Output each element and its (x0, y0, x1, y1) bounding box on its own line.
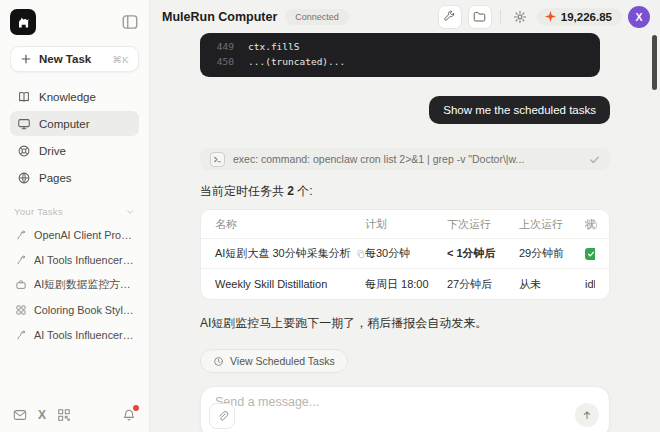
mail-icon[interactable] (13, 408, 27, 422)
paperclip-icon (216, 410, 229, 423)
scrollbar-thumb[interactable] (652, 35, 657, 90)
user-message-bubble: Show me the scheduled tasks (429, 96, 610, 124)
wrench-icon (443, 10, 456, 23)
code-line: 449ctx.fillS (212, 39, 588, 54)
task-item-label: AI Tools Influencer Rank... (34, 329, 134, 341)
x-logo-icon[interactable]: X (38, 409, 46, 421)
app-window: New Task ⌘K Knowledge Computer Drive Pag… (0, 0, 660, 432)
sidebar-collapse-icon[interactable] (121, 13, 139, 31)
settings-button[interactable] (509, 6, 531, 28)
credits-balance[interactable]: 19,226.85 (537, 8, 622, 26)
task-schedule: 每周日 18:00 (365, 277, 447, 292)
sidebar-item-label: Computer (39, 118, 90, 130)
col-header-next-run: 下次运行 (447, 217, 519, 232)
chevron-down-icon (125, 207, 135, 217)
arrow-up-icon (581, 409, 593, 421)
folder-icon (473, 10, 486, 23)
clock-icon (213, 356, 224, 367)
mulerun-logo-icon[interactable] (10, 9, 36, 35)
qr-code-icon[interactable] (57, 408, 71, 422)
task-schedule: 每30分钟 (365, 246, 447, 261)
task-last-run: 29分钟前 (519, 246, 585, 261)
book-icon (17, 90, 31, 104)
sidebar-item-label: Drive (39, 145, 66, 157)
task-item-openai-client[interactable]: OpenAI Client Prospecti... (10, 223, 139, 247)
header-divider (500, 10, 501, 24)
col-header-schedule: 计划 (365, 217, 447, 232)
attach-button[interactable] (209, 403, 235, 429)
code-line: 450...(truncated)... (212, 54, 588, 69)
sidebar-nav: Knowledge Computer Drive Pages (10, 84, 139, 190)
terminal-icon (210, 152, 225, 167)
monitor-icon (17, 117, 31, 131)
new-task-label: New Task (39, 53, 91, 65)
task-last-run: 从未 (519, 277, 585, 292)
task-item-influencer-rank-2[interactable]: AI Tools Influencer Rank... (10, 323, 139, 347)
files-button[interactable] (468, 5, 492, 29)
gear-icon (513, 10, 527, 24)
sidebar-footer: X (10, 406, 139, 422)
task-item-label: AI Tools Influencer Rank... (34, 254, 134, 266)
new-task-button[interactable]: New Task ⌘K (10, 46, 139, 72)
chat-scroll-area: 449ctx.fillS 450...(truncated)... Show m… (150, 33, 660, 432)
task-status: idle (585, 278, 595, 290)
table-header-row: 名称 计划 下次运行 上次运行 状态 (201, 210, 609, 239)
sidebar: New Task ⌘K Knowledge Computer Drive Pag… (0, 0, 150, 432)
agent-icon (15, 254, 27, 266)
new-task-shortcut: ⌘K (112, 54, 129, 65)
view-scheduled-tasks-label: View Scheduled Tasks (230, 355, 335, 367)
view-scheduled-tasks-button[interactable]: View Scheduled Tasks (200, 349, 348, 373)
status-ok-icon (585, 248, 595, 260)
drive-icon (17, 144, 31, 158)
credits-amount: 19,226.85 (561, 11, 612, 23)
main-header: MuleRun Computer Connected 19,226.85 X (150, 0, 660, 33)
table-row: AI短剧大盘 30分钟采集分析 每30分钟 < 1分钟后 29分钟前 ok (201, 239, 609, 269)
grid-icon (15, 304, 27, 316)
agent-icon (15, 329, 27, 341)
assistant-note-text: AI短剧监控马上要跑下一期了，稍后播报会自动发来。 (200, 315, 610, 332)
task-item-label: AI短剧数据监控方案讨论 (34, 278, 134, 292)
col-header-last-run: 上次运行 (519, 217, 585, 232)
connection-status-badge: Connected (285, 9, 349, 25)
sidebar-item-knowledge[interactable]: Knowledge (10, 84, 139, 109)
sidebar-item-label: Knowledge (39, 91, 96, 103)
task-item-influencer-rank-1[interactable]: AI Tools Influencer Rank... (10, 248, 139, 272)
globe-icon (17, 171, 31, 185)
sidebar-item-label: Pages (39, 172, 72, 184)
table-row: Weekly Skill Distillation 每周日 18:00 27分钟… (201, 269, 609, 299)
message-input[interactable] (215, 395, 515, 409)
exec-command-row[interactable]: exec: command: openclaw cron list 2>&1 |… (200, 148, 610, 170)
scheduled-tasks-table: 名称 计划 下次运行 上次运行 状态 AI短剧大盘 30分钟采集分析 每30分钟 (200, 209, 610, 300)
spark-icon (545, 11, 556, 22)
briefcase-icon (15, 279, 27, 291)
your-tasks-label: Your Tasks (14, 206, 63, 217)
copy-name-icon[interactable] (356, 249, 365, 259)
sidebar-item-drive[interactable]: Drive (10, 138, 139, 163)
sidebar-item-pages[interactable]: Pages (10, 165, 139, 190)
user-avatar[interactable]: X (628, 6, 650, 28)
send-button[interactable] (575, 403, 599, 427)
notification-bell-icon[interactable] (122, 408, 136, 422)
exec-command-text: exec: command: openclaw cron list 2>&1 |… (233, 153, 524, 165)
task-item-label: OpenAI Client Prospecti... (34, 229, 134, 241)
page-title: MuleRun Computer (162, 10, 277, 24)
sidebar-item-computer[interactable]: Computer (10, 111, 139, 136)
main-panel: MuleRun Computer Connected 19,226.85 X (150, 0, 660, 432)
check-icon (589, 154, 600, 165)
task-name: Weekly Skill Distillation (215, 278, 327, 290)
notification-dot (133, 405, 139, 411)
task-next-run: 27分钟后 (447, 277, 519, 292)
your-tasks-header[interactable]: Your Tasks (10, 206, 139, 217)
col-header-name: 名称 (215, 217, 365, 232)
task-item-coloring-book[interactable]: Coloring Book Style Art ... (10, 298, 139, 322)
task-next-run: < 1分钟后 (447, 246, 519, 261)
tasks-summary-text: 当前定时任务共 2 个: (200, 183, 610, 200)
copy-table-icon[interactable] (587, 218, 599, 230)
task-list: OpenAI Client Prospecti... AI Tools Infl… (10, 223, 139, 347)
message-composer (200, 386, 610, 432)
agent-icon (15, 229, 27, 241)
tools-button[interactable] (438, 5, 462, 29)
task-name: AI短剧大盘 30分钟采集分析 (215, 246, 351, 261)
task-item-drama-monitor[interactable]: AI短剧数据监控方案讨论 (10, 273, 139, 297)
plus-icon (20, 53, 32, 65)
